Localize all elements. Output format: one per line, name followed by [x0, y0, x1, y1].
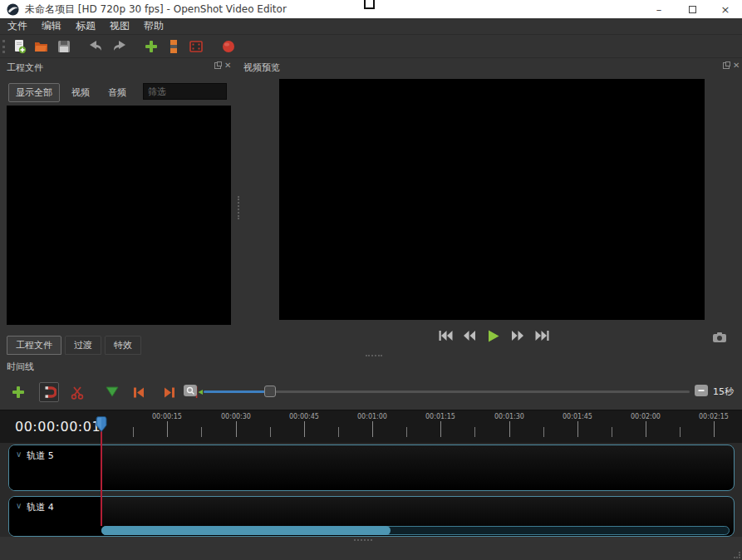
project-files-close-icon[interactable]: ✕	[224, 62, 231, 69]
add-marker-icon	[106, 386, 119, 398]
timeline-ruler[interactable]: 00:00:00:01 00:00:1500:00:3000:00:4500:0…	[0, 410, 742, 443]
maximize-button[interactable]	[676, 0, 709, 18]
ruler-label: 00:01:30	[494, 413, 524, 420]
ruler-tick-major	[714, 421, 715, 437]
video-preview-panel-title: 视频预览	[243, 61, 280, 74]
play-icon	[488, 330, 499, 342]
menu-help[interactable]: 帮助	[137, 17, 170, 35]
video-preview-screen[interactable]	[279, 79, 705, 320]
add-track-icon	[11, 385, 26, 400]
menu-title[interactable]: 标题	[69, 17, 102, 35]
transport-controls	[438, 329, 549, 342]
filter-input[interactable]	[143, 83, 227, 100]
video-preview-float-icon[interactable]	[723, 62, 730, 69]
new-project-icon	[12, 39, 27, 54]
toolbar-drag-handle[interactable]	[2, 40, 5, 53]
filter-tab-audio[interactable]: 音频	[101, 84, 133, 101]
jump-to-start-icon	[439, 330, 453, 341]
filter-tab-show-all[interactable]: 显示全部	[8, 83, 60, 102]
jump-to-start-button[interactable]	[438, 329, 453, 342]
ruler-tick-minor	[270, 427, 271, 437]
export-frame-button[interactable]	[187, 37, 205, 56]
playhead-marker[interactable]	[95, 416, 108, 432]
fast-forward-button[interactable]	[510, 329, 525, 342]
maximize-icon	[689, 6, 696, 13]
zoom-slider-handle[interactable]	[264, 386, 276, 397]
playhead-line[interactable]	[101, 430, 102, 526]
ruler-label: 00:00:30	[221, 413, 251, 420]
zoom-out-button[interactable]	[695, 385, 708, 396]
redo-icon	[111, 39, 126, 54]
close-button[interactable]: ×	[709, 0, 742, 18]
capture-frame-button[interactable]	[711, 331, 728, 344]
add-track-button[interactable]	[8, 382, 28, 402]
redo-button[interactable]	[110, 37, 128, 56]
ruler-label: 00:02:00	[631, 413, 661, 420]
bottom-splitter-handle[interactable]	[354, 539, 372, 541]
openshot-window: 未命名项目 [HD 720p 30 fps] - OpenShot Video …	[0, 0, 742, 560]
menu-view[interactable]: 视图	[103, 17, 136, 35]
track-5-header[interactable]: ∨ 轨道 5	[9, 445, 102, 490]
ruler-tick-major	[372, 421, 373, 437]
menu-edit[interactable]: 编辑	[35, 17, 68, 35]
previous-marker-button[interactable]	[128, 382, 148, 402]
ruler-label: 00:00:45	[289, 413, 319, 420]
track-5-chevron-icon[interactable]: ∨	[16, 449, 22, 459]
tab-effects[interactable]: 特效	[105, 336, 141, 355]
title-artifact	[364, 0, 375, 9]
track-4-chevron-icon[interactable]: ∨	[16, 501, 22, 510]
ruler-tick-major	[509, 421, 510, 437]
horizontal-splitter-handle[interactable]	[366, 355, 382, 356]
rewind-button[interactable]	[462, 329, 477, 342]
openshot-logo-icon	[7, 3, 19, 16]
zoom-in-button[interactable]	[184, 385, 197, 396]
undo-button[interactable]	[87, 37, 106, 56]
play-button[interactable]	[486, 329, 501, 342]
ruler-label: 00:00:15	[152, 413, 182, 420]
ruler-tick-major	[236, 421, 237, 437]
minimize-button[interactable]: –	[642, 0, 676, 18]
project-files-float-icon[interactable]	[214, 62, 221, 69]
rewind-icon	[463, 330, 476, 341]
export-video-button[interactable]	[219, 37, 238, 56]
resize-grip[interactable]	[734, 552, 740, 558]
snapping-toggle-button[interactable]	[39, 382, 59, 402]
ruler-label: 00:01:45	[563, 413, 592, 420]
statusbar	[0, 537, 742, 560]
jump-to-end-button[interactable]	[534, 329, 549, 342]
project-files-panel-title: 工程文件	[7, 61, 43, 74]
razor-tool-button[interactable]	[67, 382, 87, 402]
panel-splitter-handle[interactable]	[238, 196, 239, 219]
import-files-icon	[144, 39, 159, 54]
import-files-button[interactable]	[142, 37, 160, 56]
next-marker-button[interactable]	[160, 382, 179, 402]
menu-file[interactable]: 文件	[1, 17, 34, 35]
open-project-button[interactable]	[32, 37, 51, 56]
timeline-scrollbar-thumb[interactable]	[101, 526, 391, 535]
ruler-tick-minor	[612, 427, 612, 437]
snapping-magnet-icon	[42, 386, 57, 399]
tab-project-files[interactable]: 工程文件	[7, 336, 61, 355]
current-time: 00:00:00:01	[15, 419, 101, 435]
camera-icon	[711, 331, 728, 344]
track-4-label: 轨道 4	[27, 501, 54, 513]
save-project-button[interactable]	[55, 37, 73, 56]
ruler-tick-major	[440, 421, 441, 437]
tab-transitions[interactable]: 过渡	[65, 336, 101, 355]
ruler-tick-major	[646, 421, 646, 437]
new-project-button[interactable]	[10, 37, 28, 56]
add-marker-button[interactable]	[102, 382, 122, 402]
track-5[interactable]: ∨ 轨道 5	[8, 445, 735, 491]
titlebar: 未命名项目 [HD 720p 30 fps] - OpenShot Video …	[0, 0, 742, 18]
jump-to-end-icon	[535, 330, 549, 341]
video-preview-close-icon[interactable]: ✕	[733, 62, 740, 69]
project-files-list[interactable]	[7, 106, 231, 325]
zoom-slider[interactable]	[204, 391, 690, 393]
fast-forward-icon	[511, 330, 524, 341]
ruler-label: 00:01:00	[357, 413, 387, 420]
filter-tab-video[interactable]: 视频	[65, 84, 96, 101]
save-project-icon	[57, 39, 71, 54]
track-4-header[interactable]: ∨ 轨道 4	[9, 497, 102, 536]
choose-profile-button[interactable]	[165, 37, 183, 56]
dock-tabs: 工程文件 过渡 特效	[7, 336, 145, 355]
